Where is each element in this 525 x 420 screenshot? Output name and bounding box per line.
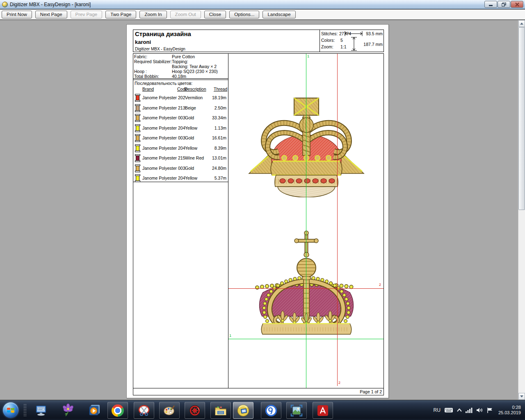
print-preview-toolbar: Print Now Next Page Prev Page Two Page Z… [0,9,525,20]
on-screen-keyboard-icon[interactable] [34,404,48,417]
table-row: Janome Polyester204Yellow5.37m [133,173,228,183]
thread-spool-icon [135,154,140,162]
thread-spool-icon [135,114,140,122]
table-row: Janome Polyester003Gold33.34m [133,113,228,123]
title-bar: Digitizer MBX - EasyDesign - [karoni] [0,0,525,9]
photo-viewer-taskbar-button[interactable] [286,402,307,419]
design-page-title: Страница дизайна [135,30,191,37]
close-icon [515,2,519,7]
design-marker-2-bottom: 2 [338,381,340,385]
close-preview-button[interactable]: Close [204,11,226,18]
snipping-tool-icon [138,404,150,417]
digitizer-app-taskbar-button[interactable] [233,402,253,419]
thread-spool-icon [135,144,140,152]
color-sequence-header: Brand Code Description Thread [133,86,228,93]
dimension-arrows-icon [344,30,365,52]
minimize-button[interactable] [484,1,497,8]
stitches-row: Stitches: 27774 [321,31,338,36]
close-button[interactable] [511,1,523,8]
print-now-button[interactable]: Print Now [2,11,32,18]
table-row: Janome Polyester003Gold16.61m [133,133,228,143]
clock[interactable]: 0:28 25.03.2019 [498,405,521,415]
paint-icon [163,404,176,417]
restore-button[interactable] [498,1,510,8]
info-value: Hoop SQ23 (230 × 230) [172,69,228,74]
landscape-button[interactable]: Landscape [262,11,295,18]
options-button[interactable]: Options... [229,11,259,18]
prev-page-button: Prev Page [71,11,103,18]
design-stats-box: Stitches: 27774 Colors: 5 Zoom: 1:1 [320,30,383,52]
zoom-in-button[interactable]: Zoom In [139,11,167,18]
blue-ring-app-taskbar-button[interactable] [261,402,281,419]
language-indicator[interactable]: RU [434,407,441,413]
fabric-info-box: Fabric:Pure Cotton Required Stabilizer:T… [133,54,228,79]
preview-page: Страница дизайна karoni Digitizer MBX - … [126,24,389,398]
design-width-mm: 93.5 mm [366,31,383,36]
windows-logo-icon [7,406,15,414]
app-icon [2,2,8,7]
explorer-taskbar-button[interactable] [210,402,231,419]
next-page-button[interactable]: Next Page [35,11,67,18]
app-name-line: Digitizer MBX - EasyDesign [135,47,185,51]
taskbar-divider [23,404,27,417]
scroll-down-button[interactable] [518,393,525,400]
digitizer-app-icon [237,404,250,417]
hidden-icons-chevron[interactable] [457,409,462,412]
thread-spool-icon [135,164,140,172]
adobe-reader-icon [317,404,329,417]
design-height-mm: 187.7 mm [363,42,383,47]
info-label: Hoop : [134,69,172,74]
guide-line-green-vertical [306,54,306,388]
volume-icon[interactable] [476,407,483,413]
paint-taskbar-button[interactable] [159,402,180,419]
design-header-box: Страница дизайна karoni Digitizer MBX - … [133,30,384,52]
zoom-row: Zoom: 1:1 [321,44,333,49]
adobe-reader-taskbar-button[interactable] [313,402,333,419]
info-value: 40.18m [172,74,228,79]
chrome-icon [112,404,124,417]
guide-line-red-horizontal [228,288,383,289]
design-info-column: Fabric:Pure Cotton Required Stabilizer:T… [133,53,228,388]
scrollbar-thumb[interactable] [518,27,525,210]
zoom-out-button: Zoom Out [170,11,201,18]
scroll-up-button[interactable] [518,20,525,27]
flower-app-icon[interactable] [62,404,75,417]
start-button[interactable] [3,402,18,418]
info-label: Fabric: [134,54,172,59]
scroll-down-icon [520,395,523,397]
design-name: karoni [135,39,151,45]
colors-row: Colors: 5 [321,38,335,43]
taskbar: RU [0,400,525,420]
table-row: Janome Polyester204Yellow1.13m [133,123,228,133]
info-label: Required Stabilizer: [134,59,172,64]
design-marker-2-right: 2 [379,283,381,287]
scroll-up-icon [520,23,523,25]
table-row: Janome Polyester213Beige2.50m [133,103,228,113]
info-label: Total Bobbin: [134,74,172,79]
table-row: Janome Polyester202Vermilion18.19m [133,93,228,103]
vertical-scrollbar[interactable] [518,20,525,400]
photo-viewer-icon [290,404,303,417]
crown-design-1 [245,95,368,197]
info-value: Topping: [172,59,228,64]
action-center-flag-icon[interactable] [487,407,493,413]
colors-value: 5 [340,38,343,43]
table-row: Janome Polyester204Yellow8.39m [133,143,228,153]
network-signal-icon[interactable] [466,407,472,413]
preview-work-area: Страница дизайна karoni Digitizer MBX - … [0,20,525,400]
snipping-tool-taskbar-button[interactable] [134,402,154,419]
design-marker-1-left: 1 [229,334,231,338]
minimize-icon [489,2,493,6]
two-page-button[interactable]: Two Page [105,11,136,18]
thread-spool-icon [135,104,140,112]
keyboard-tray-icon[interactable] [444,407,453,413]
tray-date: 25.03.2019 [498,410,521,415]
media-player-icon[interactable] [88,404,101,417]
chrome-taskbar-button[interactable] [107,402,128,419]
color-sequence-box: Последовательность цветов: Brand Code De… [133,80,228,182]
table-row: Janome Polyester003Gold24.80m [133,163,228,173]
blue-ring-app-icon [265,404,277,417]
system-utility-taskbar-button[interactable] [185,402,205,419]
thread-spool-icon [135,94,140,102]
explorer-folder-icon [214,404,227,417]
